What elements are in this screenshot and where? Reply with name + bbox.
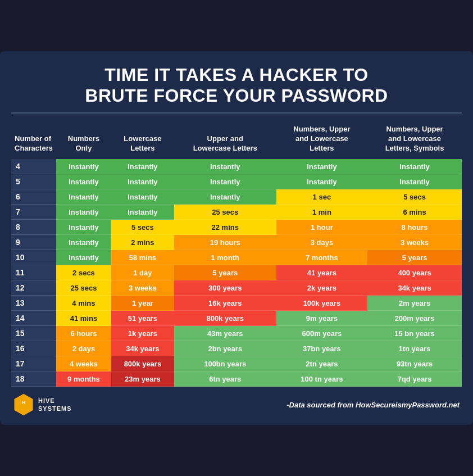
- data-cell-2: 3 weeks: [111, 280, 174, 296]
- table-row: 7InstantlyInstantly25 secs1 min6 mins: [11, 205, 462, 220]
- logo-text: HIVE SYSTEMS: [38, 397, 72, 413]
- data-cell-2: 1 day: [111, 265, 174, 280]
- data-cell-5: 200m years: [367, 311, 462, 326]
- data-cell-1: 25 secs: [56, 280, 111, 296]
- table-row: 9Instantly2 mins19 hours3 days3 weeks: [11, 235, 462, 250]
- data-cell-5: 2m years: [367, 296, 462, 311]
- footer: H HIVE SYSTEMS -Data sourced from HowSec…: [11, 393, 462, 416]
- data-cell-3: 25 secs: [174, 205, 276, 220]
- hive-logo-icon: H: [13, 393, 34, 416]
- data-cell-3: 300 years: [174, 280, 276, 296]
- table-body: 4InstantlyInstantlyInstantlyInstantlyIns…: [11, 159, 462, 387]
- char-count-cell: 15: [11, 326, 56, 341]
- data-cell-4: 100k years: [276, 296, 367, 311]
- char-count-cell: 9: [11, 235, 56, 250]
- data-cell-5: Instantly: [367, 159, 462, 174]
- data-cell-5: 34k years: [367, 280, 462, 296]
- data-cell-1: Instantly: [56, 220, 111, 235]
- data-cell-1: 9 months: [56, 371, 111, 387]
- data-cell-1: Instantly: [56, 159, 111, 174]
- data-cell-2: 1 year: [111, 296, 174, 311]
- table-row: 174 weeks800k years100bn years2tn years9…: [11, 356, 462, 371]
- logo-hive: HIVE: [38, 397, 72, 405]
- data-cell-5: 6 mins: [367, 205, 462, 220]
- data-cell-1: 4 mins: [56, 296, 111, 311]
- data-cell-2: 51 years: [111, 311, 174, 326]
- char-count-cell: 12: [11, 280, 56, 296]
- data-cell-4: 1 min: [276, 205, 367, 220]
- char-count-cell: 13: [11, 296, 56, 311]
- data-cell-1: 6 hours: [56, 326, 111, 341]
- table-row: 10Instantly58 mins1 month7 months5 years: [11, 250, 462, 265]
- data-cell-4: 3 days: [276, 235, 367, 250]
- data-cell-4: 2tn years: [276, 356, 367, 371]
- table-row: 162 days34k years2bn years37bn years1tn …: [11, 341, 462, 356]
- col-header-numbers-upper-lower-symbols: Numbers, Upperand LowercaseLetters, Symb…: [367, 121, 462, 159]
- char-count-cell: 10: [11, 250, 56, 265]
- table-row: 156 hours1k years43m years600m years15 b…: [11, 326, 462, 341]
- data-cell-3: Instantly: [174, 174, 276, 189]
- char-count-cell: 5: [11, 174, 56, 189]
- data-cell-5: 1tn years: [367, 341, 462, 356]
- data-cell-5: 400 years: [367, 265, 462, 280]
- data-cell-4: 600m years: [276, 326, 367, 341]
- data-cell-1: 2 secs: [56, 265, 111, 280]
- divider: [11, 112, 462, 114]
- data-cell-5: 5 secs: [367, 189, 462, 205]
- title-line1: TIME IT TAKES A HACKER TO: [104, 65, 368, 85]
- main-title: TIME IT TAKES A HACKER TO BRUTE FORCE YO…: [11, 65, 462, 106]
- data-cell-3: Instantly: [174, 159, 276, 174]
- data-cell-1: Instantly: [56, 205, 111, 220]
- table-row: 1441 mins51 years800k years9m years200m …: [11, 311, 462, 326]
- char-count-cell: 8: [11, 220, 56, 235]
- data-cell-4: 1 hour: [276, 220, 367, 235]
- data-cell-5: 15 bn years: [367, 326, 462, 341]
- logo-systems: SYSTEMS: [38, 405, 72, 412]
- header-row: Number ofCharacters NumbersOnly Lowercas…: [11, 121, 462, 159]
- password-table: Number ofCharacters NumbersOnly Lowercas…: [11, 121, 462, 387]
- data-cell-4: 2k years: [276, 280, 367, 296]
- data-cell-4: 41 years: [276, 265, 367, 280]
- char-count-cell: 17: [11, 356, 56, 371]
- col-header-numbers-upper-lower: Numbers, Upperand LowercaseLetters: [276, 121, 367, 159]
- data-cell-2: 1k years: [111, 326, 174, 341]
- data-cell-1: Instantly: [56, 174, 111, 189]
- col-header-upper-lower: Upper andLowercase Letters: [174, 121, 276, 159]
- char-count-cell: 14: [11, 311, 56, 326]
- data-cell-1: 2 days: [56, 341, 111, 356]
- data-cell-3: 100bn years: [174, 356, 276, 371]
- data-cell-3: 19 hours: [174, 235, 276, 250]
- logo: H HIVE SYSTEMS: [13, 393, 72, 416]
- col-header-chars: Number ofCharacters: [11, 121, 56, 159]
- data-cell-2: 5 secs: [111, 220, 174, 235]
- data-cell-2: Instantly: [111, 205, 174, 220]
- data-cell-3: 16k years: [174, 296, 276, 311]
- data-cell-3: 1 month: [174, 250, 276, 265]
- data-cell-1: Instantly: [56, 235, 111, 250]
- data-cell-2: 58 mins: [111, 250, 174, 265]
- data-cell-3: 43m years: [174, 326, 276, 341]
- char-count-cell: 16: [11, 341, 56, 356]
- data-cell-1: Instantly: [56, 189, 111, 205]
- data-cell-3: Instantly: [174, 189, 276, 205]
- data-cell-3: 800k years: [174, 311, 276, 326]
- char-count-cell: 4: [11, 159, 56, 174]
- col-header-numbers: NumbersOnly: [56, 121, 111, 159]
- data-cell-4: 9m years: [276, 311, 367, 326]
- data-cell-3: 2bn years: [174, 341, 276, 356]
- data-cell-4: 37bn years: [276, 341, 367, 356]
- table-row: 189 months23m years6tn years100 tn years…: [11, 371, 462, 387]
- table-row: 6InstantlyInstantlyInstantly1 sec5 secs: [11, 189, 462, 205]
- table-row: 5InstantlyInstantlyInstantlyInstantlyIns…: [11, 174, 462, 189]
- data-cell-5: 3 weeks: [367, 235, 462, 250]
- data-cell-1: 4 weeks: [56, 356, 111, 371]
- data-cell-2: 34k years: [111, 341, 174, 356]
- data-cell-3: 22 mins: [174, 220, 276, 235]
- data-cell-4: 7 months: [276, 250, 367, 265]
- data-cell-2: 2 mins: [111, 235, 174, 250]
- main-card: TIME IT TAKES A HACKER TO BRUTE FORCE YO…: [0, 51, 473, 425]
- data-cell-2: 23m years: [111, 371, 174, 387]
- table-row: 112 secs1 day5 years41 years400 years: [11, 265, 462, 280]
- data-cell-3: 5 years: [174, 265, 276, 280]
- data-cell-2: Instantly: [111, 159, 174, 174]
